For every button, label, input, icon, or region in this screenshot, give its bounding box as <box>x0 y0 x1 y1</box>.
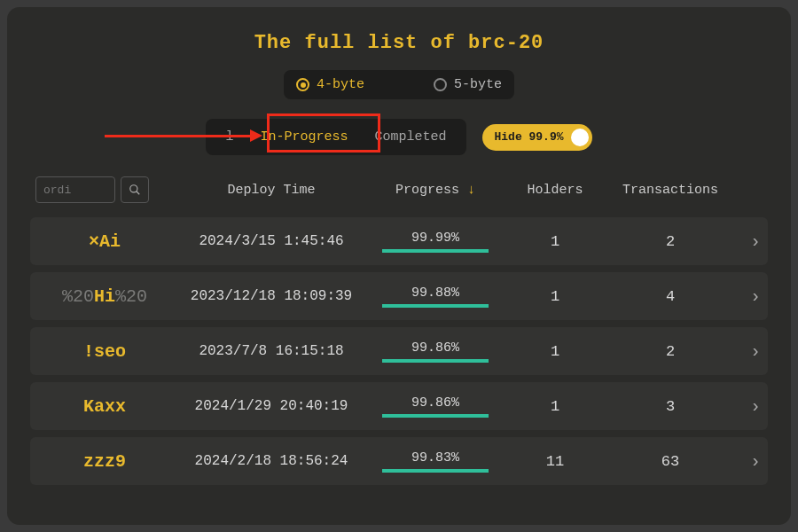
deploy-time: 2024/2/18 18:56:24 <box>174 453 369 469</box>
search-button[interactable] <box>121 176 149 203</box>
table-row[interactable]: Kaxx 2024/1/29 20:40:19 99.86% 1 3 › <box>30 382 768 430</box>
toggle-knob-icon <box>571 129 589 146</box>
svg-line-1 <box>137 192 140 195</box>
progress-value: 99.86% <box>411 340 459 356</box>
hide-99-label: Hide 99.9% <box>495 130 564 144</box>
byte-option-4[interactable]: 4-byte <box>296 77 364 92</box>
transactions-value: 3 <box>608 398 732 415</box>
page-title: The full list of brc-20 <box>30 32 768 54</box>
progress-cell: 99.83% <box>369 450 502 473</box>
progress-bar <box>382 304 489 308</box>
transactions-value: 63 <box>608 453 732 470</box>
chevron-right-icon: › <box>732 451 768 472</box>
ticker: zzz9 <box>83 451 126 472</box>
table-row[interactable]: %20Hi%20 2023/12/18 18:09:39 99.88% 1 4 … <box>30 272 768 320</box>
progress-value: 99.99% <box>411 231 459 246</box>
col-deploy-time[interactable]: Deploy Time <box>174 183 369 198</box>
ticker: !seo <box>83 341 126 362</box>
progress-bar <box>382 359 489 363</box>
search-icon <box>129 184 141 196</box>
deploy-time: 2023/12/18 18:09:39 <box>174 288 369 304</box>
progress-value: 99.83% <box>411 450 459 466</box>
status-tabs: l In-Progress Completed <box>206 119 466 155</box>
radio-off-icon <box>434 78 447 91</box>
transactions-value: 2 <box>608 343 732 360</box>
progress-bar <box>382 249 489 253</box>
table-row[interactable]: zzz9 2024/2/18 18:56:24 99.83% 11 63 › <box>30 437 768 485</box>
ticker: Kaxx <box>83 396 126 417</box>
ticker: %20Hi%20 <box>62 286 147 307</box>
ticker: ×Ai <box>89 231 121 252</box>
chevron-right-icon: › <box>732 341 768 362</box>
progress-cell: 99.99% <box>369 231 502 253</box>
holders-value: 1 <box>502 288 608 305</box>
hide-99-toggle[interactable]: Hide 99.9% <box>482 124 592 151</box>
col-transactions[interactable]: Transactions <box>608 183 732 198</box>
progress-bar <box>382 414 489 418</box>
chevron-right-icon: › <box>732 231 768 252</box>
holders-value: 1 <box>502 343 608 360</box>
tab-in-progress[interactable]: In-Progress <box>249 124 358 150</box>
transactions-value: 4 <box>608 288 732 305</box>
table-row[interactable]: ×Ai 2024/3/15 1:45:46 99.99% 1 2 › <box>30 217 768 265</box>
holders-value: 11 <box>502 453 608 470</box>
chevron-right-icon: › <box>732 286 768 307</box>
progress-value: 99.86% <box>411 395 459 411</box>
progress-value: 99.88% <box>411 286 459 301</box>
tab-all[interactable]: l <box>215 124 244 150</box>
byte-option-5-label: 5-byte <box>454 77 502 92</box>
table-row[interactable]: !seo 2023/7/8 16:15:18 99.86% 1 2 › <box>30 327 768 375</box>
holders-value: 1 <box>502 398 608 415</box>
main-panel: The full list of brc-20 4-byte 5-byte l … <box>7 7 791 525</box>
table-body: ×Ai 2024/3/15 1:45:46 99.99% 1 2 › %20Hi… <box>30 217 768 485</box>
transactions-value: 2 <box>608 233 732 250</box>
col-progress[interactable]: Progress ↓ <box>369 183 502 198</box>
svg-point-0 <box>130 185 137 192</box>
deploy-time: 2024/3/15 1:45:46 <box>174 233 369 249</box>
col-progress-label: Progress <box>395 183 459 198</box>
chevron-right-icon: › <box>732 396 768 417</box>
deploy-time: 2023/7/8 16:15:18 <box>174 343 369 359</box>
radio-on-icon <box>296 78 309 91</box>
search-input[interactable] <box>35 176 115 203</box>
sort-desc-icon: ↓ <box>467 183 475 198</box>
search-wrap <box>35 176 174 203</box>
progress-cell: 99.86% <box>369 395 502 418</box>
filter-row: l In-Progress Completed Hide 99.9% <box>30 119 768 155</box>
progress-cell: 99.86% <box>369 340 502 363</box>
byte-option-4-label: 4-byte <box>317 77 364 92</box>
table-header: Deploy Time Progress ↓ Holders Transacti… <box>30 176 768 217</box>
byte-length-toggle: 4-byte 5-byte <box>284 70 514 99</box>
byte-option-5[interactable]: 5-byte <box>434 77 502 92</box>
holders-value: 1 <box>502 233 608 250</box>
progress-cell: 99.88% <box>369 286 502 308</box>
col-holders[interactable]: Holders <box>502 183 608 198</box>
tab-completed[interactable]: Completed <box>364 124 458 150</box>
deploy-time: 2024/1/29 20:40:19 <box>174 398 369 414</box>
progress-bar <box>382 469 489 473</box>
